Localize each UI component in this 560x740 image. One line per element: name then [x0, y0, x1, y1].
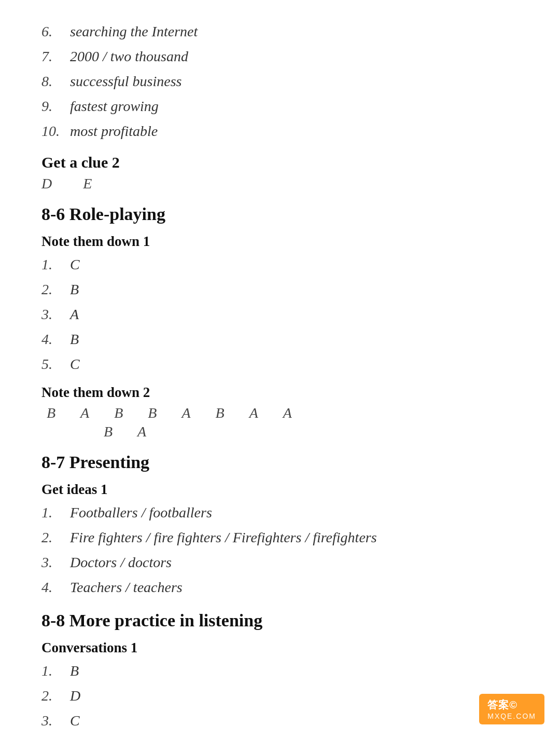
list-val: fastest growing [70, 95, 159, 117]
nd2-r1-c4: B [148, 405, 157, 421]
list-val: C [70, 353, 80, 375]
list-val: D [70, 685, 80, 707]
list-item: 8. successful business [41, 71, 519, 92]
list-val: B [70, 735, 79, 740]
list-item: 1. B [41, 660, 519, 682]
list-item: 9. fastest growing [41, 95, 519, 117]
nd2-r1-c3: B [114, 405, 123, 421]
list-num: 4. [41, 328, 70, 350]
list-num: 3. [41, 552, 70, 573]
get-a-clue-2-line: D E [41, 175, 519, 192]
list-num: 7. [41, 46, 70, 67]
list-num: 2. [41, 279, 70, 300]
list-num: 1. [41, 660, 70, 682]
note-them-down-1-list: 1. C 2. B 3. A 4. B 5. C [41, 254, 519, 375]
list-item: 4. B [41, 735, 519, 740]
nd2-r1-c1: B [47, 405, 55, 421]
list-num: 4. [41, 577, 70, 598]
nd2-r1-c2: A [80, 405, 89, 421]
list-num: 10. [41, 120, 70, 142]
list-val: Teachers / teachers [70, 577, 183, 598]
watermark: 答案© MXQE.COM [479, 694, 544, 724]
list-item: 3. A [41, 304, 519, 325]
presenting-heading: 8-7 Presenting [41, 453, 519, 472]
list-val: successful business [70, 71, 181, 92]
list-num: 6. [41, 21, 70, 43]
list-item: 10. most profitable [41, 120, 519, 142]
list-val: A [70, 304, 79, 325]
list-num: 8. [41, 71, 70, 92]
conversations-1-heading: Conversations 1 [41, 640, 519, 656]
list-val: C [70, 710, 80, 732]
list-num: 2. [41, 685, 70, 707]
list-num: 1. [41, 254, 70, 276]
list-val: B [70, 279, 79, 300]
conversations-1-list: 1. B 2. D 3. C 4. B 5. D [41, 660, 519, 740]
top-list: 6. searching the Internet 7. 2000 / two … [41, 21, 519, 142]
list-item: 4. Teachers / teachers [41, 577, 519, 598]
list-item: 6. searching the Internet [41, 21, 519, 43]
list-val: B [70, 328, 79, 350]
watermark-text: 答案© [487, 699, 517, 710]
list-item: 1. C [41, 254, 519, 276]
list-num: 3. [41, 710, 70, 732]
get-ideas-1-heading: Get ideas 1 [41, 482, 519, 498]
more-practice-heading: 8-8 More practice in listening [41, 611, 519, 631]
get-a-clue-2-e: E [83, 175, 92, 192]
list-item: 2. Fire fighters / fire fighters / Firef… [41, 527, 519, 549]
nd2-r1-c8: A [283, 405, 292, 421]
list-item: 4. B [41, 328, 519, 350]
list-val: most profitable [70, 120, 158, 142]
list-val: C [70, 254, 80, 276]
list-val: Fire fighters / fire fighters / Firefigh… [70, 527, 377, 549]
nd2-r1-c6: B [216, 405, 225, 421]
role-playing-heading: 8-6 Role-playing [41, 204, 519, 224]
note-them-down-1-heading: Note them down 1 [41, 234, 519, 250]
list-num: 1. [41, 502, 70, 524]
list-val: Footballers / footballers [70, 502, 212, 524]
list-item: 2. D [41, 685, 519, 707]
watermark-sub: MXQE.COM [487, 712, 536, 720]
note-them-down-2-row1: B A B B A B A A [41, 405, 519, 421]
get-a-clue-2-d: D [41, 175, 52, 192]
list-item: 2. B [41, 279, 519, 300]
get-ideas-1-list: 1. Footballers / footballers 2. Fire fig… [41, 502, 519, 598]
get-a-clue-2-heading: Get a clue 2 [41, 154, 519, 171]
list-num: 3. [41, 304, 70, 325]
list-val: searching the Internet [70, 21, 198, 43]
list-item: 3. Doctors / doctors [41, 552, 519, 573]
note-them-down-2-heading: Note them down 2 [41, 385, 519, 401]
nd2-r2-c2: A [137, 423, 146, 440]
list-item: 5. C [41, 353, 519, 375]
list-num: 2. [41, 527, 70, 549]
list-val: 2000 / two thousand [70, 46, 188, 67]
list-num: 9. [41, 95, 70, 117]
nd2-r2-c1: B [104, 423, 113, 440]
note-them-down-2-row2: B A [41, 423, 519, 440]
list-item: 7. 2000 / two thousand [41, 46, 519, 67]
nd2-r1-c7: A [249, 405, 258, 421]
list-val: B [70, 660, 79, 682]
list-item: 1. Footballers / footballers [41, 502, 519, 524]
list-num: 4. [41, 735, 70, 740]
list-val: Doctors / doctors [70, 552, 172, 573]
list-item: 3. C [41, 710, 519, 732]
nd2-r1-c5: A [181, 405, 190, 421]
list-num: 5. [41, 353, 70, 375]
